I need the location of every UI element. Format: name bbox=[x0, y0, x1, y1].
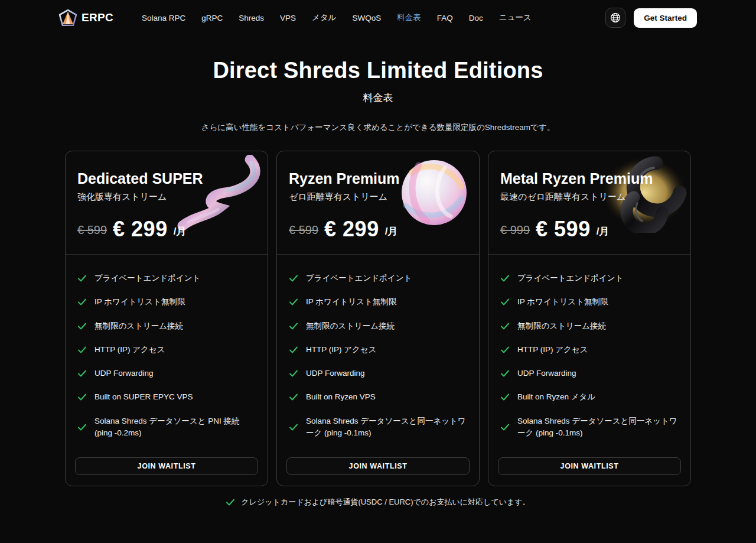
feature-item: Built on Ryzen メタル bbox=[500, 391, 679, 403]
hero-section: Direct Shreds Limited Editions 料金表 さらに高い… bbox=[0, 58, 756, 133]
plan-name: Ryzen Premium bbox=[289, 170, 467, 187]
check-icon bbox=[500, 297, 510, 307]
feature-item: プライベートエンドポイント bbox=[500, 272, 679, 284]
check-icon bbox=[500, 392, 510, 402]
feature-item: Solana Shreds データソースと PNI 接続 (ping -0.2m… bbox=[77, 415, 256, 440]
current-price: € 599 bbox=[536, 219, 591, 240]
nav-item-solana-rpc[interactable]: Solana RPC bbox=[142, 14, 185, 22]
check-icon bbox=[289, 422, 298, 432]
brand[interactable]: ERPC bbox=[59, 9, 113, 26]
nav-item-doc[interactable]: Doc bbox=[469, 14, 483, 22]
check-icon bbox=[289, 321, 298, 331]
page-description: さらに高い性能をコストパフォーマンス良く求めることができる数量限定版のShred… bbox=[0, 122, 756, 133]
feature-item: 無制限のストリーム接続 bbox=[500, 320, 679, 332]
original-price: € 599 bbox=[289, 223, 318, 240]
check-icon bbox=[77, 274, 87, 283]
check-icon bbox=[226, 498, 235, 507]
feature-item: Solana Shreds データソースと同一ネットワーク (ping -0.1… bbox=[289, 415, 467, 440]
nav-item-faq[interactable]: FAQ bbox=[437, 14, 453, 22]
feature-list: プライベートエンドポイント IP ホワイトリスト無制限 無制限のストリーム接続 … bbox=[488, 255, 690, 457]
get-started-button[interactable]: Get Started bbox=[634, 8, 697, 28]
plan-card-metal-ryzen-premium: Metal Ryzen Premium 最速のゼロ距離専有ストリーム € 999… bbox=[488, 151, 691, 486]
top-navbar: ERPC Solana RPC gRPC Shreds VPS メタル SWQo… bbox=[0, 0, 756, 35]
check-icon bbox=[77, 345, 87, 355]
feature-item: HTTP (IP) アクセス bbox=[289, 344, 467, 356]
price-period: /月 bbox=[385, 225, 398, 240]
feature-item: プライベートエンドポイント bbox=[77, 272, 256, 284]
feature-list: プライベートエンドポイント IP ホワイトリスト無制限 無制限のストリーム接続 … bbox=[66, 255, 268, 457]
feature-item: HTTP (IP) アクセス bbox=[77, 344, 256, 356]
check-icon bbox=[500, 274, 510, 283]
plan-header: Ryzen Premium ゼロ距離専有ストリーム € 599 € 299 /月 bbox=[277, 151, 479, 254]
check-icon bbox=[77, 369, 87, 378]
check-icon bbox=[289, 297, 298, 307]
feature-item: HTTP (IP) アクセス bbox=[500, 344, 679, 356]
feature-item: IP ホワイトリスト無制限 bbox=[77, 296, 256, 308]
nav-links: Solana RPC gRPC Shreds VPS メタル SWQoS 料金表… bbox=[142, 12, 532, 23]
plan-card-ryzen-premium: Ryzen Premium ゼロ距離専有ストリーム € 599 € 299 /月… bbox=[276, 151, 480, 486]
globe-icon bbox=[610, 12, 621, 23]
feature-item: IP ホワイトリスト無制限 bbox=[289, 296, 467, 308]
plan-tagline: 強化版専有ストリーム bbox=[77, 191, 256, 203]
check-icon bbox=[77, 321, 87, 331]
plan-tagline: 最速のゼロ距離専有ストリーム bbox=[500, 191, 679, 203]
plan-price-row: € 599 € 299 /月 bbox=[289, 219, 467, 240]
pricing-cards: Dedicated SUPER 強化版専有ストリーム € 599 € 299 /… bbox=[65, 151, 691, 486]
feature-item: Solana Shreds データソースと同一ネットワーク (ping -0.1… bbox=[500, 415, 679, 440]
plan-price-row: € 599 € 299 /月 bbox=[77, 219, 256, 240]
plan-name: Dedicated SUPER bbox=[77, 170, 256, 187]
plan-footer: JOIN WAITLIST bbox=[66, 457, 268, 486]
plan-tagline: ゼロ距離専有ストリーム bbox=[289, 191, 467, 203]
plan-header: Dedicated SUPER 強化版専有ストリーム € 599 € 299 /… bbox=[66, 151, 268, 254]
nav-item-grpc[interactable]: gRPC bbox=[201, 14, 223, 22]
plan-price-row: € 999 € 599 /月 bbox=[500, 219, 679, 240]
feature-item: Built on SUPER EPYC VPS bbox=[77, 391, 256, 403]
check-icon bbox=[500, 369, 510, 378]
check-icon bbox=[77, 422, 87, 432]
language-button[interactable] bbox=[605, 8, 625, 28]
feature-list: プライベートエンドポイント IP ホワイトリスト無制限 無制限のストリーム接続 … bbox=[277, 255, 479, 457]
feature-item: UDP Forwarding bbox=[500, 368, 679, 379]
feature-item: 無制限のストリーム接続 bbox=[77, 320, 256, 332]
check-icon bbox=[77, 297, 87, 307]
original-price: € 999 bbox=[500, 223, 530, 240]
plan-header: Metal Ryzen Premium 最速のゼロ距離専有ストリーム € 999… bbox=[488, 151, 690, 254]
original-price: € 599 bbox=[77, 223, 107, 240]
nav-item-swqos[interactable]: SWQoS bbox=[353, 14, 382, 22]
plan-card-dedicated-super: Dedicated SUPER 強化版専有ストリーム € 599 € 299 /… bbox=[65, 151, 268, 486]
plan-name: Metal Ryzen Premium bbox=[500, 170, 679, 187]
nav-item-metal[interactable]: メタル bbox=[312, 12, 336, 23]
check-icon bbox=[289, 274, 298, 283]
check-icon bbox=[289, 392, 298, 402]
feature-item: Built on Ryzen VPS bbox=[289, 391, 467, 403]
feature-item: IP ホワイトリスト無制限 bbox=[500, 296, 679, 308]
page-subtitle: 料金表 bbox=[0, 91, 756, 105]
feature-item: プライベートエンドポイント bbox=[289, 272, 467, 284]
check-icon bbox=[289, 345, 298, 355]
plan-footer: JOIN WAITLIST bbox=[488, 457, 690, 486]
nav-actions: Get Started bbox=[605, 8, 697, 28]
nav-item-vps[interactable]: VPS bbox=[280, 14, 296, 22]
current-price: € 299 bbox=[324, 219, 379, 240]
check-icon bbox=[289, 369, 298, 378]
nav-item-shreds[interactable]: Shreds bbox=[239, 14, 264, 22]
erpc-logo-icon bbox=[59, 9, 77, 26]
nav-item-news[interactable]: ニュース bbox=[499, 12, 532, 23]
brand-name: ERPC bbox=[82, 11, 113, 24]
plan-footer: JOIN WAITLIST bbox=[277, 457, 479, 486]
price-period: /月 bbox=[597, 225, 610, 240]
payment-note-text: クレジットカードおよび暗号通貨(USDC / EURC)でのお支払いに対応してい… bbox=[241, 497, 530, 508]
join-waitlist-button[interactable]: JOIN WAITLIST bbox=[286, 457, 470, 475]
check-icon bbox=[77, 392, 87, 402]
check-icon bbox=[500, 321, 510, 331]
current-price: € 299 bbox=[113, 219, 168, 240]
payment-note: クレジットカードおよび暗号通貨(USDC / EURC)でのお支払いに対応してい… bbox=[0, 497, 756, 508]
join-waitlist-button[interactable]: JOIN WAITLIST bbox=[75, 457, 258, 475]
join-waitlist-button[interactable]: JOIN WAITLIST bbox=[498, 457, 681, 475]
check-icon bbox=[500, 345, 510, 355]
price-period: /月 bbox=[174, 225, 187, 240]
check-icon bbox=[500, 422, 510, 432]
feature-item: 無制限のストリーム接続 bbox=[289, 320, 467, 332]
feature-item: UDP Forwarding bbox=[289, 368, 467, 379]
nav-item-pricing[interactable]: 料金表 bbox=[397, 12, 421, 23]
